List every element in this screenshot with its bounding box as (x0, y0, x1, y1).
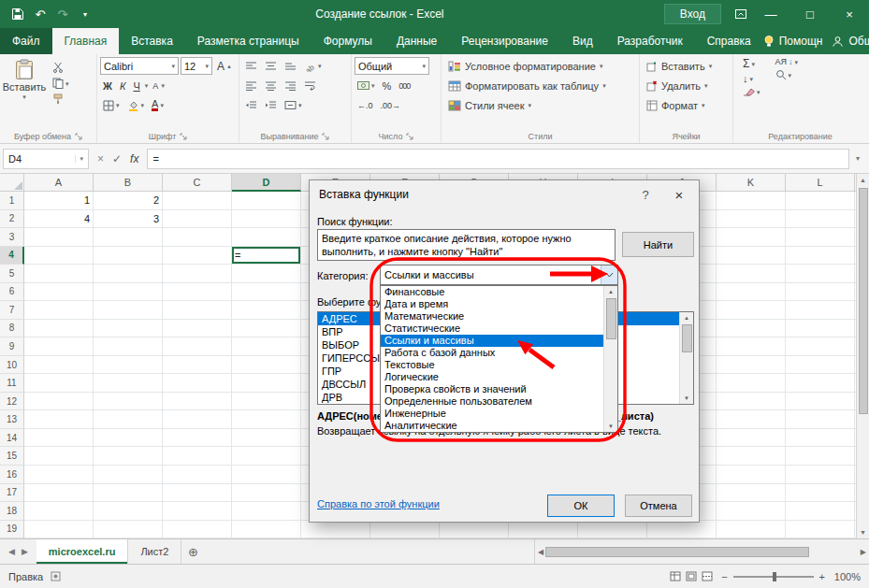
cell-A5[interactable] (24, 265, 94, 283)
cell-K18[interactable] (717, 502, 786, 521)
cell-A9[interactable] (24, 337, 94, 356)
clipboard-dialog-launcher-icon[interactable] (75, 133, 82, 140)
cancel-button[interactable]: Отмена (625, 495, 692, 517)
cell-L12[interactable] (786, 393, 855, 411)
cell-A6[interactable] (24, 283, 94, 302)
cell-L3[interactable] (786, 228, 855, 247)
cell-C19[interactable] (163, 521, 232, 538)
function-scroll-thumb[interactable] (682, 324, 692, 352)
find-button[interactable]: Найти (622, 232, 694, 257)
cell-K5[interactable] (717, 265, 786, 283)
cell-D13[interactable] (232, 410, 301, 429)
conditional-formatting-button[interactable]: Условное форматирование▾ (444, 56, 636, 76)
row-header-17[interactable]: 17 (0, 484, 24, 503)
row-header-10[interactable]: 10 (0, 356, 24, 375)
row-header-3[interactable]: 3 (0, 228, 24, 247)
font-color-button[interactable]: А▾ (149, 98, 167, 112)
cell-L5[interactable] (786, 265, 855, 283)
new-sheet-button[interactable]: ⊕ (181, 539, 204, 564)
category-option-Ссылки и массивы[interactable]: Ссылки и массивы (381, 335, 603, 347)
orientation-button[interactable]: ab▾ (301, 60, 325, 73)
cell-L6[interactable] (786, 283, 855, 302)
row-header-11[interactable]: 11 (0, 374, 24, 393)
cell-D12[interactable] (232, 393, 301, 411)
cell-B11[interactable] (94, 374, 163, 393)
cell-K7[interactable] (717, 301, 786, 320)
sheet-tab-Лист2[interactable]: Лист2 (128, 539, 181, 564)
cell-L16[interactable] (786, 466, 855, 484)
minimize-button[interactable]: — (751, 0, 790, 28)
cell-L15[interactable] (786, 447, 855, 466)
cell-A11[interactable] (24, 374, 94, 393)
zoom-level[interactable]: 100% (831, 571, 861, 582)
category-scrollbar[interactable]: ▲ ▼ (603, 286, 617, 432)
cell-D3[interactable] (232, 228, 301, 247)
cell-K12[interactable] (717, 393, 786, 411)
cell-D7[interactable] (232, 301, 301, 320)
autosum-button[interactable]: Σ▾ (740, 56, 763, 71)
cell-D8[interactable] (232, 320, 301, 338)
next-sheet-button[interactable]: ▶ (22, 547, 28, 556)
column-header-L[interactable]: L (786, 174, 855, 192)
cancel-formula-button[interactable]: × (97, 152, 104, 165)
ribbon-tab-Разметка страницы[interactable]: Разметка страницы (185, 28, 311, 54)
increase-font-size-button[interactable]: А▲ (214, 59, 235, 74)
bold-button[interactable]: Ж (100, 79, 115, 93)
cell-K13[interactable] (717, 410, 786, 429)
row-header-6[interactable]: 6 (0, 283, 24, 302)
formula-input[interactable]: = (147, 149, 849, 169)
row-header-5[interactable]: 5 (0, 265, 24, 283)
cell-A7[interactable] (24, 301, 94, 320)
cell-A3[interactable] (24, 228, 94, 247)
column-header-C[interactable]: C (163, 174, 232, 192)
cell-C10[interactable] (163, 356, 232, 375)
row-header-18[interactable]: 18 (0, 502, 24, 521)
align-center-button[interactable] (262, 79, 280, 92)
scroll-down-icon[interactable]: ▼ (860, 526, 866, 538)
decrease-decimal-button[interactable]: .00→ (378, 100, 404, 111)
row-header-15[interactable]: 15 (0, 447, 24, 466)
cell-D10[interactable] (232, 356, 301, 375)
cell-H19[interactable] (509, 521, 578, 538)
cell-C7[interactable] (163, 301, 232, 320)
dialog-close-button[interactable]: × (661, 180, 697, 208)
cell-D9[interactable] (232, 337, 301, 356)
cell-C15[interactable] (163, 447, 232, 466)
ribbon-display-options-button[interactable] (731, 0, 751, 28)
cell-B14[interactable] (94, 429, 163, 448)
column-header-K[interactable]: K (717, 174, 786, 192)
cell-B5[interactable] (94, 265, 163, 283)
function-help-link[interactable]: Справка по этой функции (317, 498, 440, 509)
horizontal-scrollbar[interactable]: ◀ ▶ (534, 539, 869, 564)
function-list-scrollbar[interactable]: ▲ ▼ (679, 312, 693, 404)
increase-indent-button[interactable] (262, 99, 280, 111)
percent-style-button[interactable]: % (380, 79, 395, 93)
cell-L7[interactable] (786, 301, 855, 320)
cell-C12[interactable] (163, 393, 232, 411)
cell-A1[interactable]: 1 (24, 192, 94, 210)
macro-record-icon[interactable] (51, 571, 61, 581)
font-dialog-launcher-icon[interactable] (180, 133, 187, 140)
cell-C6[interactable] (163, 283, 232, 302)
font-family-select[interactable]: Calibri▾ (100, 57, 179, 75)
cell-L17[interactable] (786, 484, 855, 503)
category-option-Финансовые[interactable]: Финансовые (381, 286, 603, 298)
cell-K16[interactable] (717, 466, 786, 484)
cell-K8[interactable] (717, 320, 786, 338)
cell-B7[interactable] (94, 301, 163, 320)
cell-F19[interactable] (370, 521, 440, 538)
number-format-select[interactable]: Общий▾ (355, 57, 429, 75)
cell-A2[interactable]: 4 (24, 210, 94, 229)
cell-B8[interactable] (94, 320, 163, 338)
redo-button[interactable]: ↷ (52, 0, 73, 28)
cell-L9[interactable] (786, 337, 855, 356)
category-scroll-down-icon[interactable]: ▼ (608, 421, 614, 432)
maximize-button[interactable]: □ (790, 0, 830, 28)
accounting-format-button[interactable]: ▾ (355, 80, 378, 91)
cell-G19[interactable] (440, 521, 509, 538)
format-cells-button[interactable]: Формат▾ (643, 95, 730, 115)
cell-A4[interactable] (24, 247, 94, 265)
ribbon-tab-Данные[interactable]: Данные (384, 28, 449, 54)
ribbon-tab-Вид[interactable]: Вид (560, 28, 605, 54)
cell-B6[interactable] (94, 283, 163, 302)
